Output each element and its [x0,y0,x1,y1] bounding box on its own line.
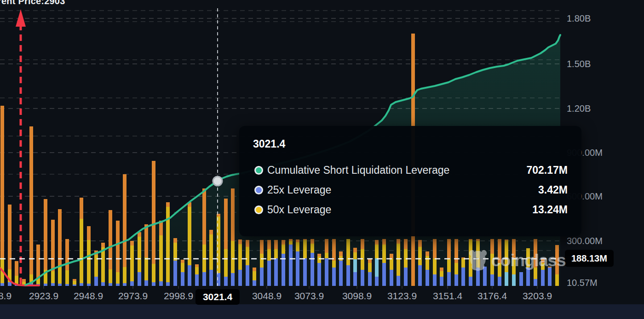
bar-segment [454,274,458,286]
bar-segment [44,199,47,270]
bar-segment [144,257,148,280]
x-axis-label: 3123.9 [387,291,417,302]
bar-segment [15,276,18,284]
bar-segment [109,210,112,269]
bar-segment [260,254,264,268]
tooltip-row: 25x Leverage3.42M [253,180,568,200]
bar-segment [353,259,357,272]
x-axis-label: 2898.9 [0,291,12,302]
bar-segment [209,230,213,234]
bar-segment [130,245,134,281]
bar-segment [152,282,155,286]
bar-segment [447,272,451,286]
bar-segment [332,239,336,261]
bar-segment [138,237,141,272]
coinglass-logo-icon [466,249,489,273]
bar-segment [260,268,264,286]
bar-segment [202,188,206,245]
bar-segment [274,258,278,286]
bar-segment [246,265,249,286]
bar-segment [440,277,443,286]
bar-segment [433,239,437,258]
bar-segment [15,261,18,276]
bar-segment [173,243,177,261]
bar-segment [469,239,472,240]
bar-segment [195,267,199,274]
bar-segment [390,270,393,286]
bar-segment [109,283,112,286]
series-dot-icon [256,167,262,173]
bar-segment [51,271,55,283]
bar-segment [94,277,98,286]
bar-segment [0,283,4,286]
bar-segment [231,188,235,241]
bar-segment [325,258,328,286]
bar-segment [461,268,465,286]
tooltip-series-label: Cumulative Short Liquidation Leverage [267,164,526,177]
tooltip-series-label: 50x Leverage [267,204,532,216]
bar-segment [289,241,293,245]
bar-segment [29,126,33,274]
bar-segment [310,244,314,253]
bar-segment [361,270,364,286]
bar-segment [238,244,242,270]
bar-segment [397,244,400,276]
bar-segment [224,199,228,249]
x-axis-label: 3048.9 [252,291,282,302]
bar-segment [87,226,91,240]
bar-segment [65,270,69,284]
coinglass-watermark-text: coinglass [491,251,566,270]
bar-segment [440,268,443,271]
bar-segment [22,279,26,282]
bar-segment [447,239,451,258]
bar-segment [368,263,372,272]
x-axis-label: 3151.4 [433,291,462,302]
bar-segment [195,264,199,267]
bar-segment [80,283,83,286]
bar-segment [0,106,4,258]
bar-segment [224,277,228,286]
bar-segment [303,239,307,240]
bar-segment [332,261,336,268]
bar-segment [404,268,408,286]
bar-segment [353,272,357,286]
bar-segment [58,284,62,286]
bar-segment [188,265,191,286]
bar-segment [310,239,314,244]
tooltip-series-value: 3.42M [538,184,568,196]
bar-segment [303,240,307,258]
current-price-label: Current Price:2903 [0,0,65,6]
x-axis-label: 3176.4 [477,291,507,302]
x-axis-label: 2948.9 [74,291,103,302]
y-axis-label: 10.57M [567,278,598,288]
bar-segment [144,280,148,286]
bar-segment [310,253,314,286]
bar-segment [498,277,501,286]
x-axis-highlight-badge: 3021.4 [196,289,240,305]
bar-segment [282,245,285,254]
bar-segment [296,239,299,242]
bar-segment [44,284,47,286]
bar-segment [238,270,242,286]
bar-segment [390,258,393,270]
bar-segment [267,240,271,249]
bar-segment [87,284,91,286]
bar-segment [447,258,451,272]
liquidation-chart[interactable]: Current Price:2903 2898.92923.92948.9297… [0,0,644,319]
bar-segment [368,272,372,286]
bar-segment [461,258,465,268]
bar-segment [289,245,293,286]
bar-segment [101,247,105,282]
bar-segment [109,269,112,283]
bar-segment [58,265,62,284]
tooltip-series-value: 702.17M [526,164,568,177]
bar-segment [361,239,364,249]
bar-segment [353,252,357,259]
bar-segment [476,239,480,241]
bar-segment [296,242,299,251]
bar-segment [202,272,206,286]
bar-segment [123,267,126,283]
bar-segment [505,239,508,240]
bar-segment [209,234,213,270]
bar-segment [101,243,105,247]
